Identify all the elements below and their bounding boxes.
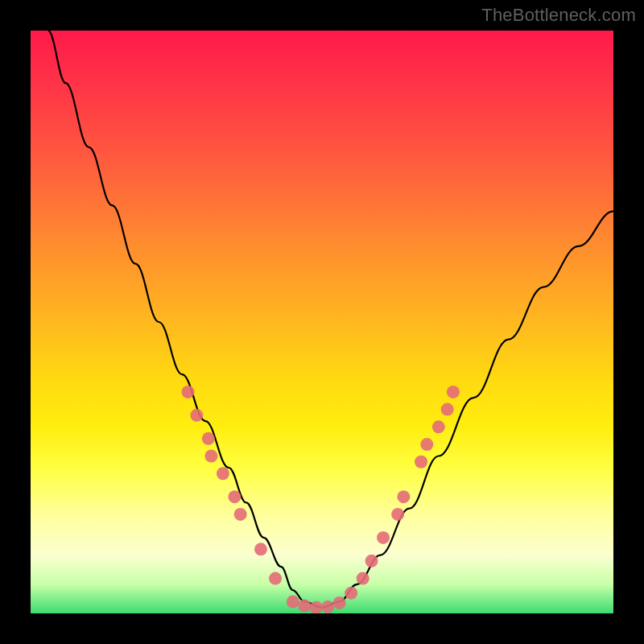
highlight-dot <box>181 386 194 398</box>
highlight-dot <box>254 543 267 555</box>
highlight-dot <box>190 409 203 422</box>
watermark-text: TheBottleneck.com <box>481 5 636 26</box>
highlight-dot <box>397 490 410 503</box>
highlight-dot <box>365 555 378 568</box>
highlight-dot <box>234 508 247 521</box>
highlight-dot <box>345 587 357 600</box>
highlight-dot <box>441 403 454 416</box>
highlight-dot <box>202 432 215 445</box>
chart-svg <box>31 31 613 613</box>
highlight-dot <box>217 467 229 480</box>
highlight-dot <box>357 572 369 585</box>
highlight-dot <box>420 438 433 451</box>
bottleneck-curve <box>48 31 613 608</box>
highlight-dot <box>287 596 299 609</box>
highlight-dot <box>321 601 334 613</box>
highlight-dot <box>415 456 427 469</box>
highlight-dot <box>204 450 217 463</box>
chart-frame: TheBottleneck.com <box>0 0 644 644</box>
highlight-dot <box>269 572 282 585</box>
highlight-dot <box>377 531 390 544</box>
plot-area <box>31 31 613 613</box>
highlight-dot <box>447 386 460 398</box>
highlight-dot <box>391 508 404 521</box>
highlight-dot <box>298 600 311 613</box>
highlight-dot <box>432 420 445 433</box>
highlight-dot <box>228 490 241 503</box>
highlight-dot <box>333 597 346 609</box>
